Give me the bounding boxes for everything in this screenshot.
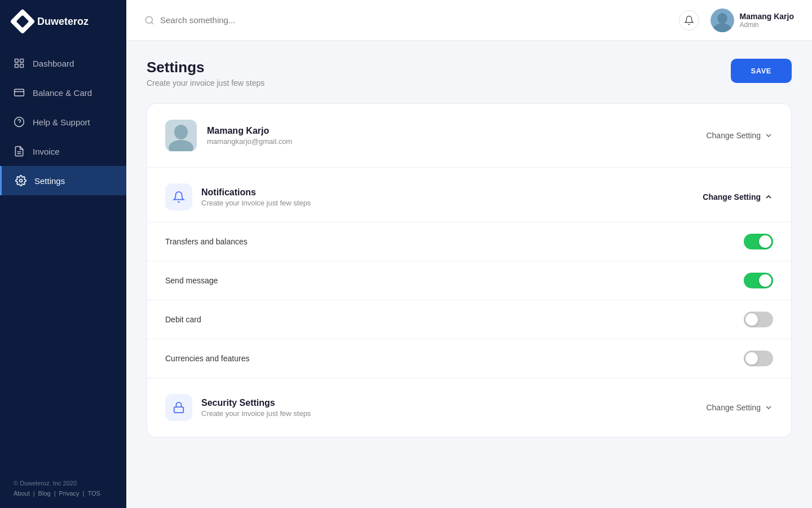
bell-notifications-icon <box>173 191 185 203</box>
profile-section: Mamang Karjo mamangkarjo@gmail.com Chang… <box>147 104 791 168</box>
copyright-text: © Duweteroz. Inc 2020 <box>14 480 113 487</box>
svg-point-10 <box>20 179 23 182</box>
svg-rect-3 <box>20 64 24 68</box>
toggle-thumb-send-message <box>759 274 771 287</box>
footer-link-blog[interactable]: Blog <box>38 490 51 497</box>
notifications-title: Notifications <box>201 187 311 198</box>
search-icon <box>144 15 155 25</box>
notifications-info: Notifications Create your invoice just f… <box>201 187 311 207</box>
toggle-thumb-transfers <box>759 235 771 248</box>
chevron-down-icon <box>764 131 773 140</box>
sidebar-item-label: Dashboard <box>33 59 74 68</box>
svg-line-12 <box>151 22 153 24</box>
toggle-currencies[interactable] <box>744 351 773 366</box>
notifications-icon-wrap <box>165 183 192 211</box>
toggle-thumb-debit-card <box>745 313 758 326</box>
sidebar-item-help-support[interactable]: Help & Support <box>0 107 126 137</box>
profile-email: mamangkarjo@gmail.com <box>207 137 292 146</box>
security-left: Security Settings Create your invoice ju… <box>165 394 311 421</box>
notifications-change-setting-button[interactable]: Change Setting <box>703 192 773 202</box>
toggle-send-message[interactable] <box>744 273 773 288</box>
profile-name: Mamang Karjo <box>207 126 292 136</box>
avatar <box>710 8 734 32</box>
toggle-track-debit-card <box>744 312 773 327</box>
profile-info: Mamang Karjo mamangkarjo@gmail.com <box>207 126 292 146</box>
security-change-setting-button[interactable]: Change Setting <box>706 403 773 412</box>
logo-icon <box>10 8 35 34</box>
header-right: Mamang Karjo Admin <box>679 8 794 32</box>
notifications-section: Notifications Create your invoice just f… <box>147 168 791 378</box>
profile-left: Mamang Karjo mamangkarjo@gmail.com <box>165 120 292 151</box>
dashboard-icon <box>14 58 25 69</box>
notifications-subtitle: Create your invoice just few steps <box>201 199 311 207</box>
user-role: Admin <box>740 21 794 29</box>
footer-links: About | Blog | Privacy | TOS <box>14 490 113 497</box>
security-change-setting-label: Change Setting <box>706 403 761 412</box>
settings-card: Mamang Karjo mamangkarjo@gmail.com Chang… <box>147 103 792 437</box>
invoice-icon <box>14 146 25 157</box>
svg-point-17 <box>174 125 188 139</box>
sidebar-item-label: Invoice <box>33 147 60 156</box>
svg-rect-1 <box>20 59 24 63</box>
footer-link-about[interactable]: About <box>14 490 30 497</box>
svg-rect-19 <box>174 407 184 413</box>
page-title: Settings <box>147 59 264 76</box>
toggle-row-send-message: Send message <box>147 261 791 300</box>
sidebar-item-settings[interactable]: Settings <box>0 166 126 195</box>
toggle-label-transfers: Transfers and balances <box>165 237 248 246</box>
notifications-header: Notifications Create your invoice just f… <box>147 168 791 222</box>
toggle-track-transfers <box>744 234 773 249</box>
notifications-header-left: Notifications Create your invoice just f… <box>165 183 311 211</box>
chevron-down-security-icon <box>764 403 773 412</box>
user-profile[interactable]: Mamang Karjo Admin <box>710 8 794 32</box>
app-name: Duweteroz <box>37 16 89 28</box>
sidebar-item-invoice[interactable]: Invoice <box>0 137 126 166</box>
page-subtitle: Create your invoice just few steps <box>147 78 264 87</box>
toggle-row-debit-card: Debit card <box>147 300 791 339</box>
sidebar-logo: Duweteroz <box>0 0 126 43</box>
security-subtitle: Create your invoice just few steps <box>201 409 311 418</box>
main-content: Mamang Karjo Admin Settings Create your … <box>126 0 812 508</box>
svg-point-14 <box>717 12 727 23</box>
bell-icon <box>684 15 694 25</box>
toggle-row-transfers: Transfers and balances <box>147 222 791 261</box>
footer-link-tos[interactable]: TOS <box>87 490 100 497</box>
svg-point-11 <box>145 16 152 23</box>
sidebar: Duweteroz Dashboard Balance & Card Help … <box>0 0 126 508</box>
settings-icon <box>15 175 27 186</box>
search-input[interactable] <box>160 15 386 25</box>
sidebar-item-balance-card[interactable]: Balance & Card <box>0 78 126 107</box>
svg-rect-2 <box>15 64 19 68</box>
page-header: Settings Create your invoice just few st… <box>147 59 792 87</box>
help-icon <box>14 116 25 128</box>
toggle-track-send-message <box>744 273 773 288</box>
search-wrap <box>144 15 670 25</box>
security-info: Security Settings Create your invoice ju… <box>201 398 311 418</box>
svg-rect-4 <box>15 89 24 96</box>
header: Mamang Karjo Admin <box>126 0 812 41</box>
sidebar-footer: © Duweteroz. Inc 2020 About | Blog | Pri… <box>0 468 126 508</box>
footer-link-privacy[interactable]: Privacy <box>59 490 80 497</box>
profile-change-setting-button[interactable]: Change Setting <box>706 131 773 140</box>
toggle-label-debit-card: Debit card <box>165 315 201 324</box>
sidebar-item-label: Settings <box>34 176 65 186</box>
security-icon-wrap <box>165 394 192 421</box>
sidebar-nav: Dashboard Balance & Card Help & Support … <box>0 43 126 468</box>
profile-avatar <box>165 120 197 151</box>
security-section: Security Settings Create your invoice ju… <box>147 378 791 437</box>
sidebar-item-label: Help & Support <box>33 117 90 127</box>
change-setting-active-label: Change Setting <box>703 192 761 202</box>
svg-rect-0 <box>15 59 19 63</box>
toggle-transfers[interactable] <box>744 234 773 249</box>
security-title: Security Settings <box>201 398 311 408</box>
toggle-label-currencies: Currencies and features <box>165 354 249 363</box>
toggle-row-currencies: Currencies and features <box>147 339 791 378</box>
notification-button[interactable] <box>679 10 699 30</box>
user-name: Mamang Karjo <box>740 12 794 21</box>
save-button[interactable]: SAVE <box>731 59 792 83</box>
chevron-up-icon <box>764 192 773 202</box>
toggle-thumb-currencies <box>745 352 758 365</box>
sidebar-item-dashboard[interactable]: Dashboard <box>0 49 126 78</box>
card-icon <box>14 87 25 98</box>
toggle-debit-card[interactable] <box>744 312 773 327</box>
